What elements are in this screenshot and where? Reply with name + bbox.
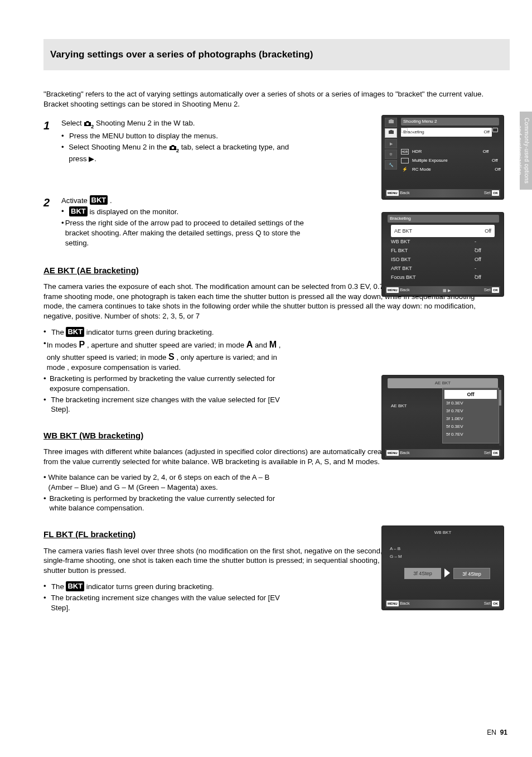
lcd1-row-hdr[interactable]: HDR HDR Off xyxy=(401,148,422,156)
ok-button-label[interactable]: OK xyxy=(492,601,499,606)
lcd1-row-rc-mode[interactable]: ⚡ RC Mode Off xyxy=(401,166,431,173)
menu-button-label[interactable]: MENU xyxy=(386,190,399,196)
lcd3-dropdown[interactable]: Off 3f 0.3EV 3f 0.7EV 3f 1.0EV 5f 0.3EV … xyxy=(442,388,499,443)
bkt-icon: BKT xyxy=(66,327,84,337)
step-number: 2 xyxy=(43,195,54,210)
tab-custom[interactable]: ✲ xyxy=(385,150,397,159)
ok-button-label[interactable]: OK xyxy=(492,190,499,196)
lcd2-opt-art[interactable]: ART BKT-- xyxy=(391,265,412,272)
side-tab: Commonly-used options and customization … xyxy=(520,112,532,190)
tab-setup[interactable]: 🔧 xyxy=(385,160,397,170)
tab-camera-2[interactable] xyxy=(385,128,397,138)
step-2-bullet-1: BKT is displayed on the monitor. xyxy=(69,206,178,217)
ok-button-label[interactable]: OK xyxy=(492,450,499,456)
lcd3-opt-5[interactable]: 5f 0.7EV xyxy=(446,432,463,438)
bkt-icon: BKT xyxy=(66,581,84,591)
page-footer: EN 91 xyxy=(487,728,507,737)
camera-2-icon: 2 xyxy=(84,120,94,130)
lcd3-selected[interactable]: Off xyxy=(444,390,497,399)
step-1-heading: Select 2 Shooting Menu 2 in the W tab. xyxy=(61,118,307,130)
lcd-wb-bkt: WB BKT A – B G – M 3f 4Step 3f 4Step MEN… xyxy=(381,525,504,610)
lcd1-row-multiple-exposure[interactable]: Multiple Exposure Off xyxy=(401,157,448,165)
wb-bkt-bullet-2: Bracketing is performed by bracketing th… xyxy=(49,494,289,514)
lcd3-title: AE BKT xyxy=(388,378,498,388)
lcd1-title: Shooting Menu 2 xyxy=(401,118,499,126)
bkt-icon: BKT xyxy=(90,195,108,205)
lcd2-opt-wb[interactable]: WB BKT-- xyxy=(391,238,410,245)
lcd1-row-bracketing[interactable]: Bracketing Off xyxy=(401,128,492,137)
ae-bkt-bullet-3: Bracketing is performed by bracketing th… xyxy=(50,374,289,394)
lcd1-bottom-bar: MENU Back Set OK xyxy=(385,189,500,197)
tab-playback[interactable]: ▶ xyxy=(385,139,397,148)
lcd4-value-box[interactable]: 3f 4Step xyxy=(404,568,441,579)
multi-exposure-icon xyxy=(401,158,409,163)
lcd2-opt-iso[interactable]: ISO BKTOff xyxy=(391,256,411,263)
section-title: Varying settings over a series of photog… xyxy=(43,39,510,70)
step-1-bullet-1: Press the MENU button to display the men… xyxy=(69,131,218,141)
lcd-shooting-menu-2: Shooting Menu 2 ▶ ✲ 🔧 Bracketing Off ◔ xyxy=(381,115,504,200)
card-icon xyxy=(492,128,498,134)
step-2-bullet-2: Press the right side of the arrow pad to… xyxy=(65,218,307,248)
fl-bkt-bullet-1: The BKT indicator turns green during bra… xyxy=(51,581,214,592)
lcd3-opt-4[interactable]: 5f 0.3EV xyxy=(446,424,463,430)
lcd3-bottom-bar: MENU Back Set OK xyxy=(385,449,500,457)
lcd3-scrollbar[interactable] xyxy=(499,390,501,446)
svg-point-0 xyxy=(86,122,89,125)
lcd2-title: Bracketing xyxy=(388,215,499,223)
self-timer-icon: ◔ xyxy=(410,129,414,134)
lcd3-opt-3[interactable]: 3f 1.0EV xyxy=(446,416,463,422)
ae-bkt-bullet-1: The BKT indicator turns green during bra… xyxy=(51,327,214,337)
lcd2-bottom-bar: MENU Back ▦ ▶ Set OK xyxy=(385,286,500,295)
ae-bkt-bullet-2: In modes P , aperture and shutter speed … xyxy=(47,339,289,373)
hdr-icon: HDR xyxy=(401,149,409,155)
lcd4-axis-ab: A – B xyxy=(390,546,400,552)
lcd3-opt-1[interactable]: 3f 0.3EV xyxy=(446,401,463,407)
step-number: 1 xyxy=(43,118,54,133)
lcd4-title: WB BKT xyxy=(388,529,498,537)
lcd-ae-bkt: AE BKT AE BKT Off 3f 0.3EV 3f 0.7EV 3f 1… xyxy=(381,375,504,460)
lcd2-selected[interactable]: AE BKT Off xyxy=(391,225,495,237)
tab-camera-1[interactable] xyxy=(385,118,397,127)
lcd-bracketing-list: Bracketing AE BKT Off WB BKT-- FL BKTOff… xyxy=(381,212,504,297)
lcd2-opt-focus[interactable]: Focus BKTOff xyxy=(391,274,416,281)
right-arrow-icon xyxy=(444,568,450,577)
step-2-heading: Activate BKT . xyxy=(61,195,307,206)
lcd4-axis-gm: G – M xyxy=(390,554,402,560)
lcd4-bottom-bar: MENU Back Set OK xyxy=(385,600,500,608)
sequential-icon xyxy=(401,128,408,133)
intro-paragraph: "Bracketing" refers to the act of varyin… xyxy=(43,89,484,109)
lcd3-left-label: AE BKT xyxy=(391,403,407,409)
bkt-icon: BKT xyxy=(69,206,88,216)
menu-button-label[interactable]: MENU xyxy=(386,450,399,456)
ok-button-label[interactable]: OK xyxy=(492,287,499,293)
ok-icon: Q xyxy=(255,229,261,237)
flash-icon: ⚡ xyxy=(401,167,409,172)
right-arrow-icon: ▶ xyxy=(89,155,94,163)
svg-point-1 xyxy=(172,146,175,149)
menu-button-label[interactable]: MENU xyxy=(386,601,399,606)
lcd2-opt-fl[interactable]: FL BKTOff xyxy=(391,247,408,254)
menu-button-label[interactable]: MENU xyxy=(386,287,399,293)
camera-2-icon: 2 xyxy=(169,144,179,154)
fl-bkt-bullet-2: The bracketing increment size changes wi… xyxy=(51,593,289,613)
ae-bkt-bullet-4: The bracketing increment size changes wi… xyxy=(51,395,289,415)
step-1-bullet-2: Select Shooting Menu 2 in the 2 tab, sel… xyxy=(69,142,307,164)
lcd4-set-box[interactable]: 3f 4Step xyxy=(453,568,490,579)
wb-bkt-bullet-1: White balance can be varied by 2, 4, or … xyxy=(49,472,289,493)
lcd3-opt-2[interactable]: 3f 0.7EV xyxy=(446,408,463,414)
